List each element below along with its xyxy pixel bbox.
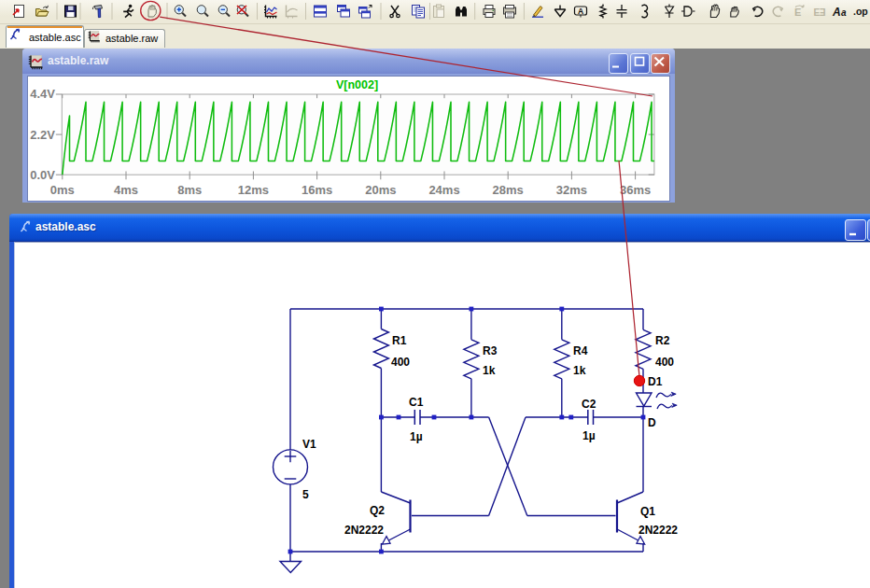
svg-text:2N2222: 2N2222 <box>344 524 384 537</box>
svg-text:A: A <box>832 6 841 19</box>
svg-text:V1: V1 <box>302 438 316 451</box>
svg-text:4.4V: 4.4V <box>30 87 55 101</box>
svg-text:R3: R3 <box>483 344 498 357</box>
svg-text:E: E <box>794 7 801 18</box>
svg-text:R2: R2 <box>655 334 670 347</box>
svg-text:12ms: 12ms <box>238 183 269 197</box>
svg-text:E: E <box>820 7 826 18</box>
svg-text:Q1: Q1 <box>640 505 655 518</box>
svg-text:A: A <box>578 7 583 16</box>
svg-text:0.0V: 0.0V <box>30 168 55 182</box>
svg-text:a: a <box>841 7 847 18</box>
svg-text:4ms: 4ms <box>114 183 138 197</box>
svg-text:16ms: 16ms <box>302 183 332 197</box>
svg-text:8ms: 8ms <box>177 183 202 197</box>
svg-text:24ms: 24ms <box>428 183 459 197</box>
svg-text:R4: R4 <box>573 344 588 357</box>
svg-text:36ms: 36ms <box>620 183 651 197</box>
svg-text:D1: D1 <box>648 375 663 388</box>
svg-text:0ms: 0ms <box>50 183 75 197</box>
svg-text:5: 5 <box>302 488 309 501</box>
svg-text:28ms: 28ms <box>493 183 524 197</box>
svg-text:.op: .op <box>853 6 868 17</box>
svg-text:400: 400 <box>655 356 674 369</box>
svg-text:400: 400 <box>391 356 410 369</box>
svg-text:Q2: Q2 <box>370 504 385 517</box>
svg-text:1k: 1k <box>483 364 496 377</box>
svg-text:1µ: 1µ <box>410 430 423 443</box>
svg-text:C1: C1 <box>409 396 424 409</box>
svg-text:1k: 1k <box>573 364 586 377</box>
svg-text:20ms: 20ms <box>365 183 396 197</box>
svg-text:E: E <box>814 7 821 18</box>
svg-text:D: D <box>648 416 656 429</box>
svg-text:C2: C2 <box>582 398 596 411</box>
svg-text:2.2V: 2.2V <box>30 128 55 142</box>
svg-text:1µ: 1µ <box>582 429 596 442</box>
svg-text:V[n002]: V[n002] <box>336 78 378 91</box>
svg-text:R1: R1 <box>392 334 407 347</box>
svg-text:2N2222: 2N2222 <box>638 524 678 537</box>
svg-text:32ms: 32ms <box>556 183 587 197</box>
